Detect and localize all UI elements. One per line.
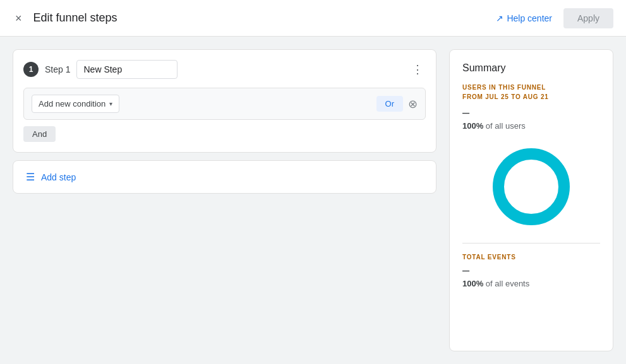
and-button[interactable]: And [23, 126, 56, 142]
svg-point-0 [498, 154, 564, 220]
header: × Edit funnel steps ↗ Help center Apply [0, 0, 626, 37]
page-title: Edit funnel steps [33, 11, 117, 25]
step-number-badge: 1 [23, 62, 39, 77]
chevron-down-icon: ▾ [109, 100, 112, 107]
summary-panel: Summary USERS IN THIS FUNNEL FROM JUL 25… [449, 49, 613, 351]
step-name-input[interactable] [76, 60, 178, 79]
step-header: 1 Step 1 ⋮ [23, 60, 426, 79]
step-menu-button[interactable]: ⋮ [409, 60, 426, 79]
condition-select-label: Add new condition [39, 99, 105, 109]
step-card: 1 Step 1 ⋮ Add new condition ▾ Or ⊗ And [13, 49, 436, 153]
remove-condition-button[interactable]: ⊗ [408, 98, 418, 110]
add-step-icon: ☰ [26, 171, 35, 183]
summary-users-label: USERS IN THIS FUNNEL [462, 84, 600, 91]
help-center-link[interactable]: ↗ Help center [496, 13, 552, 23]
help-center-label: Help center [507, 13, 552, 23]
summary-users-percent: 100% of all users [462, 121, 600, 131]
close-button[interactable]: × [13, 10, 25, 26]
donut-chart [462, 146, 600, 228]
summary-date-range: FROM JUL 25 TO AUG 21 [462, 93, 600, 100]
left-panel: 1 Step 1 ⋮ Add new condition ▾ Or ⊗ And … [13, 49, 436, 351]
header-left: × Edit funnel steps [13, 10, 117, 26]
condition-select[interactable]: Add new condition ▾ [32, 95, 119, 113]
apply-button[interactable]: Apply [563, 8, 613, 28]
external-link-icon: ↗ [496, 13, 503, 23]
summary-events-label: TOTAL EVENTS [462, 254, 600, 261]
summary-divider [462, 243, 600, 244]
add-step-card[interactable]: ☰ Add step [13, 160, 436, 194]
step-label: Step 1 [45, 64, 70, 74]
header-right: ↗ Help center Apply [496, 8, 613, 28]
or-button[interactable]: Or [376, 96, 403, 112]
summary-users-dash: – [462, 105, 600, 120]
add-step-label: Add step [41, 172, 76, 182]
summary-events-dash: – [462, 263, 600, 278]
summary-events-percent: 100% of all events [462, 279, 600, 288]
condition-row: Add new condition ▾ Or ⊗ [23, 88, 426, 120]
main-content: 1 Step 1 ⋮ Add new condition ▾ Or ⊗ And … [0, 37, 626, 364]
donut-svg [490, 146, 572, 228]
summary-title: Summary [462, 62, 600, 74]
